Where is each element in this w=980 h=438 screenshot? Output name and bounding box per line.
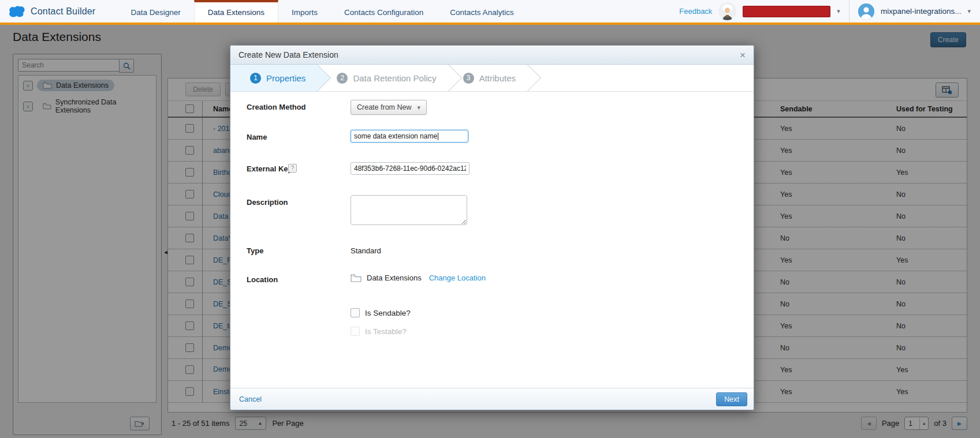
is-testable-checkbox [351, 327, 360, 336]
next-button[interactable]: Next [716, 392, 747, 406]
location-label: Location [247, 275, 278, 284]
change-location-link[interactable]: Change Location [429, 274, 486, 282]
name-input[interactable]: some data extension name [351, 130, 468, 143]
is-sendable-checkbox[interactable] [351, 308, 360, 317]
wizard-step-data-retention-policy[interactable]: 2 Data Retention Policy [317, 65, 448, 91]
folder-icon [351, 274, 362, 282]
text-cursor [438, 133, 438, 140]
description-label: Description [247, 198, 288, 207]
nav-tab-contacts-analytics[interactable]: Contacts Analytics [437, 0, 527, 23]
location-value: Data Extensions [367, 274, 422, 282]
step-number-badge: 1 [250, 73, 261, 84]
external-key-label: External Key [247, 164, 292, 173]
close-icon[interactable]: × [740, 50, 746, 60]
nav-right: Feedback ▾ mixpanel-in [679, 0, 980, 23]
step-number-badge: 3 [463, 73, 474, 84]
name-label: Name [247, 133, 267, 141]
account-name[interactable]: mixpanel-integrations... [881, 7, 962, 16]
einstein-avatar[interactable] [718, 2, 736, 20]
creation-method-label: Creation Method [247, 103, 306, 111]
user-avatar[interactable] [858, 3, 874, 20]
create-data-extension-modal: Create New Data Extension × 1 Properties… [230, 45, 754, 410]
location-row: Data Extensions Change Location [351, 274, 486, 282]
chevron-down-icon[interactable]: ▾ [837, 8, 840, 15]
wizard-steps: 1 Properties 2 Data Retention Policy 3 A… [230, 65, 754, 92]
redacted-org-selector[interactable] [743, 6, 830, 17]
is-testable-row: Is Testable? [351, 327, 407, 336]
cancel-button[interactable]: Cancel [239, 395, 262, 403]
is-sendable-row: Is Sendable? [351, 308, 411, 317]
nav-divider [849, 0, 849, 23]
creation-method-dropdown[interactable]: Create from New ▾ [351, 100, 427, 115]
brand: Contact Builder [0, 0, 117, 23]
nav-tab-data-designer[interactable]: Data Designer [117, 0, 193, 23]
modal-header: Create New Data Extension × [230, 46, 754, 65]
chevron-down-icon: ▾ [417, 104, 420, 111]
nav-tab-data-extensions[interactable]: Data Extensions [194, 0, 278, 23]
modal-footer: Cancel Next [230, 388, 754, 410]
type-value: Standard [351, 246, 381, 255]
help-icon[interactable]: ? [288, 164, 297, 173]
description-textarea[interactable] [351, 195, 467, 225]
wizard-step-properties[interactable]: 1 Properties [230, 65, 317, 91]
nav-tab-imports[interactable]: Imports [278, 0, 331, 23]
nav-tabs: Data Designer Data Extensions Imports Co… [117, 0, 527, 23]
account-chevron-down-icon[interactable]: ▾ [967, 8, 971, 15]
step-number-badge: 2 [337, 73, 348, 84]
app-title: Contact Builder [31, 6, 95, 17]
contact-builder-app: Contact Builder Data Designer Data Exten… [0, 0, 980, 438]
feedback-link[interactable]: Feedback [679, 7, 712, 16]
properties-form: Creation Method Create from New ▾ Name s… [230, 92, 754, 389]
type-label: Type [247, 246, 263, 255]
top-nav: Contact Builder Data Designer Data Exten… [0, 0, 980, 25]
modal-title: Create New Data Extension [239, 50, 338, 59]
salesforce-cloud-icon [8, 5, 25, 17]
nav-tab-contacts-configuration[interactable]: Contacts Configuration [331, 0, 437, 23]
external-key-input[interactable] [351, 162, 469, 175]
